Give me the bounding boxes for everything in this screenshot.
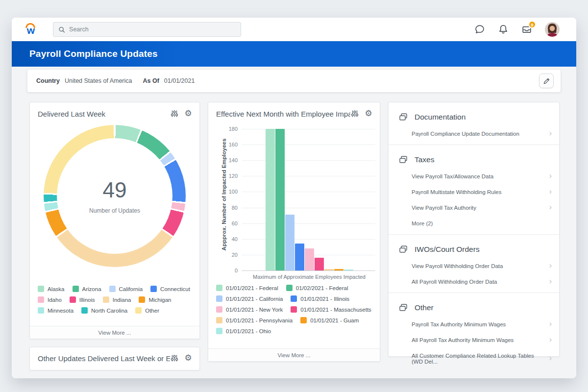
sidebar-section-taxes: TaxesView Payroll Tax/Allowance Data›Pay… <box>389 145 559 235</box>
link-label: View Payroll Tax Authority <box>412 205 476 211</box>
link-label: More (2) <box>412 220 433 226</box>
user-avatar[interactable] <box>545 22 560 37</box>
legend-row: 01/01/2021 - New York01/01/2021 - Massac… <box>216 306 372 313</box>
bar-01-01-2021-california[interactable] <box>285 215 294 270</box>
gridline <box>242 208 375 208</box>
legend-label: Alaska <box>48 286 65 292</box>
chart-settings-icon[interactable] <box>170 354 179 363</box>
sidebar-link-payroll-tax-authority-minimum-wages[interactable]: Payroll Tax Authority Minimum Wages› <box>389 317 559 332</box>
chat-icon[interactable] <box>474 24 485 35</box>
pages-icon <box>398 112 408 122</box>
sidebar-section-iwos-court-orders: IWOs/Court OrdersView Payroll Withholdin… <box>389 235 559 293</box>
legend-label: 01/01/2021 - Guam <box>310 318 359 323</box>
legend-label: 01/02/2021 - Federal <box>296 285 348 291</box>
edit-filters-button[interactable] <box>539 74 554 88</box>
search-icon <box>58 26 65 33</box>
legend-item: North Carolina <box>81 307 127 314</box>
chevron-right-icon: › <box>549 277 552 286</box>
y-tick-label: 0 <box>211 268 238 273</box>
bar-01-01-2021-illinois[interactable] <box>295 244 304 270</box>
card-title: Effective Next Month with Employee Impac… <box>216 110 350 118</box>
link-label: Payroll Tax Authority Minimum Wages <box>412 321 506 327</box>
section-title: Documentation <box>415 113 466 122</box>
top-right-icons: 9 <box>474 22 560 37</box>
card-title: Delivered Last Week <box>38 110 170 118</box>
link-label: Payroll Compliance Update Documentation <box>412 131 519 137</box>
y-tick-label: 40 <box>211 236 238 242</box>
gear-icon[interactable]: ⚙ <box>364 109 373 118</box>
top-bar: w <box>12 18 576 41</box>
gridline <box>242 239 375 240</box>
legend-item: Connecticut <box>150 286 190 292</box>
legend-row: MinnesotaNorth CarolinaOther <box>38 307 192 314</box>
sidebar-link-more-2-[interactable]: More (2) <box>389 216 559 231</box>
legend-swatch <box>216 328 222 334</box>
donut-chart[interactable]: 49 Number of Updates <box>44 125 186 267</box>
sidebar-link-all-payroll-withholding-order-data[interactable]: All Payroll Withholding Order Data› <box>389 274 559 290</box>
chart-settings-icon[interactable] <box>350 109 359 118</box>
desktop-background: w <box>0 0 588 392</box>
as-of-label: As Of <box>143 77 159 84</box>
link-label: Payroll Multistate Withholding Rules <box>412 189 501 195</box>
sidebar-link-view-payroll-withholding-order-data[interactable]: View Payroll Withholding Order Data› <box>389 258 559 274</box>
chart-settings-icon[interactable] <box>170 109 179 118</box>
legend-label: 01/01/2021 - Ohio <box>226 328 271 334</box>
bar-chart-x-axis-label: Maximum of Approximate Employees Impacte… <box>236 274 383 280</box>
gear-icon[interactable]: ⚙ <box>184 354 193 363</box>
sidebar-link-all-customer-compliance-related-lookup-t[interactable]: All Customer Compliance Related Lookup T… <box>389 348 559 369</box>
view-more-button[interactable]: View More ... <box>30 326 199 339</box>
logo-letter: w <box>24 23 38 38</box>
notifications-bell-icon[interactable] <box>498 24 509 35</box>
donut-legend: AlaskaArizonaCaliforniaConnecticutIdahoI… <box>30 286 199 314</box>
legend-item: Alaska <box>38 286 65 292</box>
chevron-right-icon: › <box>549 187 552 196</box>
sidebar-section-documentation: DocumentationPayroll Compliance Update D… <box>389 102 559 145</box>
sidebar-link-payroll-multistate-withholding-rules[interactable]: Payroll Multistate Withholding Rules› <box>389 184 559 200</box>
search-input[interactable] <box>69 26 236 33</box>
sidebar-link-payroll-compliance-update-documentation[interactable]: Payroll Compliance Update Documentation› <box>389 126 559 142</box>
gridline <box>242 145 375 145</box>
pencil-icon <box>543 77 550 85</box>
pages-icon <box>398 303 408 313</box>
bar-01-01-2021-ohio[interactable] <box>344 270 353 270</box>
section-title: Taxes <box>415 155 435 164</box>
legend-item: Illinois <box>70 296 95 303</box>
bar-01-01-2021-massachusetts[interactable] <box>315 258 324 270</box>
workday-logo[interactable]: w <box>24 22 38 37</box>
y-tick-label: 20 <box>211 252 238 258</box>
bar-01-01-2021-new-york[interactable] <box>305 248 314 270</box>
legend-label: Arizona <box>82 286 101 292</box>
sidebar-link-view-payroll-tax-authority[interactable]: View Payroll Tax Authority› <box>389 200 559 216</box>
view-more-button[interactable]: View More ... <box>208 348 380 361</box>
gridline <box>242 223 375 224</box>
y-tick-label: 120 <box>211 173 238 179</box>
gridline <box>242 129 375 129</box>
legend-item: 01/01/2021 - Massachusetts <box>291 306 371 313</box>
effective-next-month-card: Effective Next Month with Employee Impac… <box>208 102 380 362</box>
bar-01-01-2021-federal[interactable] <box>266 129 275 270</box>
inbox-icon[interactable]: 9 <box>521 24 532 35</box>
sidebar-link-view-payroll-tax-allowance-data[interactable]: View Payroll Tax/Allowance Data› <box>389 169 559 184</box>
legend-label: Connecticut <box>160 286 190 292</box>
legend-row: 01/01/2021 - Federal01/02/2021 - Federal <box>216 285 372 291</box>
bar-01-01-2021-pennsylvania[interactable] <box>324 269 334 270</box>
bar-01-01-2021-guam[interactable] <box>334 269 343 270</box>
legend-item: 01/01/2021 - California <box>216 295 283 302</box>
link-label: All Payroll Withholding Order Data <box>412 279 497 285</box>
sidebar-link-all-payroll-tax-authority-minimum-wages[interactable]: All Payroll Tax Authority Minimum Wages› <box>389 332 559 348</box>
y-tick-label: 140 <box>211 157 238 163</box>
dashboard-content: Country United States of America As Of 0… <box>12 67 576 378</box>
search-box[interactable] <box>53 22 241 37</box>
legend-item: Other <box>135 307 159 314</box>
legend-item: 01/01/2021 - Federal <box>216 285 278 291</box>
chevron-right-icon: › <box>549 203 552 212</box>
app-window: w <box>12 18 576 378</box>
legend-swatch <box>150 286 157 292</box>
other-updates-card: Other Updates Delivered Last Week or Eff… <box>29 347 200 370</box>
legend-item: Minnesota <box>38 307 74 314</box>
legend-swatch <box>216 285 222 291</box>
y-tick-label: 80 <box>211 205 238 211</box>
legend-label: Illinois <box>79 297 95 303</box>
bar-01-02-2021-federal[interactable] <box>275 129 285 270</box>
gear-icon[interactable]: ⚙ <box>184 109 193 118</box>
